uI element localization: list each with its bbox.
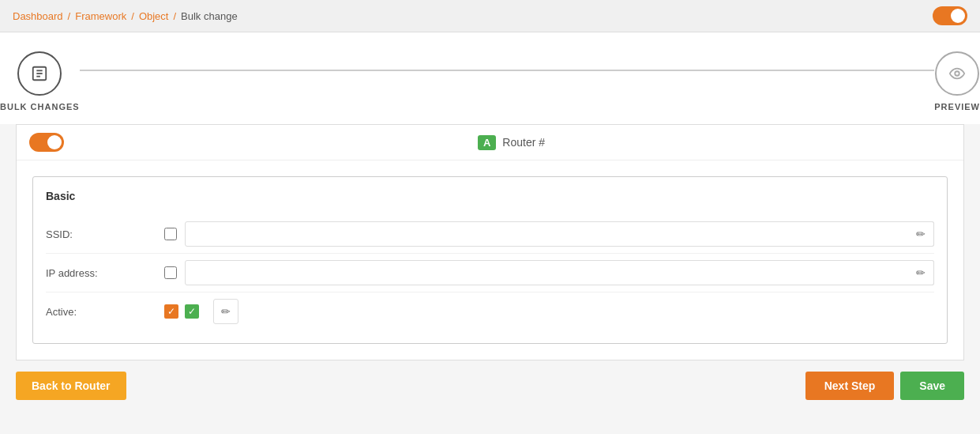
form-area: Basic SSID: ✏ IP address: ✏ [17,160,963,360]
step-bulk-changes: BULK CHANGES [0,51,80,111]
form-group-title: Basic [46,190,934,202]
router-badge: A [478,135,496,150]
form-group-basic: Basic SSID: ✏ IP address: ✏ [32,176,948,344]
router-label: A Router # [478,135,545,150]
active-row-content: ✓ ✓ ✏ [164,299,934,324]
breadcrumb-framework[interactable]: Framework [75,10,126,22]
breadcrumb-object[interactable]: Object [139,10,169,22]
ip-input-wrap: ✏ [185,260,934,285]
step-preview-label: PREVIEW [934,102,980,111]
ssid-edit-button[interactable]: ✏ [907,221,934,247]
footer-right: Next Step Save [805,372,964,400]
form-row-ssid: SSID: ✏ [46,215,934,254]
router-toggle[interactable] [29,133,64,152]
breadcrumb: Dashboard / Framework / Object / Bulk ch… [13,10,238,22]
global-toggle[interactable] [933,6,967,25]
ssid-label: SSID: [46,228,156,240]
next-step-button[interactable]: Next Step [805,372,895,400]
ip-edit-button[interactable]: ✏ [907,260,934,285]
main-content: A Router # Basic SSID: ✏ IP address: [16,124,964,360]
ssid-input[interactable] [185,221,934,247]
save-button[interactable]: Save [900,372,964,400]
active-checkbox-green[interactable]: ✓ [185,304,199,319]
form-row-ip: IP address: ✏ [46,254,934,292]
top-bar: Dashboard / Framework / Object / Bulk ch… [0,0,980,32]
ssid-input-wrap: ✏ [185,221,934,247]
active-label: Active: [46,306,156,318]
svg-point-4 [955,71,959,76]
router-header: A Router # [17,125,963,160]
step-preview-circle[interactable] [935,51,979,96]
step-bulk-changes-circle[interactable] [17,51,62,96]
breadcrumb-sep-3: / [173,10,176,22]
ssid-checkbox[interactable] [164,228,177,240]
breadcrumb-current: Bulk change [181,10,238,22]
ip-label: IP address: [46,267,156,279]
breadcrumb-sep-1: / [68,10,71,22]
active-edit-button[interactable]: ✏ [213,299,238,324]
step-bulk-changes-label: BULK CHANGES [0,102,80,111]
form-row-active: Active: ✓ ✓ ✏ [46,292,934,330]
ip-input[interactable] [185,260,934,285]
breadcrumb-dashboard[interactable]: Dashboard [13,10,63,22]
breadcrumb-sep-2: / [131,10,134,22]
footer: Back to Router Next Step Save [0,360,980,411]
active-checkbox-orange[interactable]: ✓ [164,304,178,319]
step-preview: PREVIEW [934,51,980,111]
ip-checkbox[interactable] [164,266,177,279]
back-to-router-button[interactable]: Back to Router [16,372,126,400]
steps-area: BULK CHANGES PREVIEW [0,32,980,124]
step-line [80,70,935,71]
router-name: Router # [502,136,545,149]
